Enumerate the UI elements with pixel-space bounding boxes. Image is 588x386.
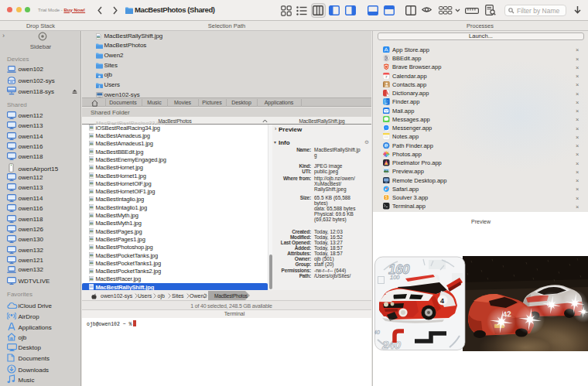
svg-text:4: 4: [440, 297, 444, 305]
svg-text:40: 40: [374, 330, 380, 335]
svg-text:100: 100: [390, 274, 400, 281]
svg-text:240: 240: [381, 338, 402, 351]
svg-text:S: S: [385, 196, 388, 200]
